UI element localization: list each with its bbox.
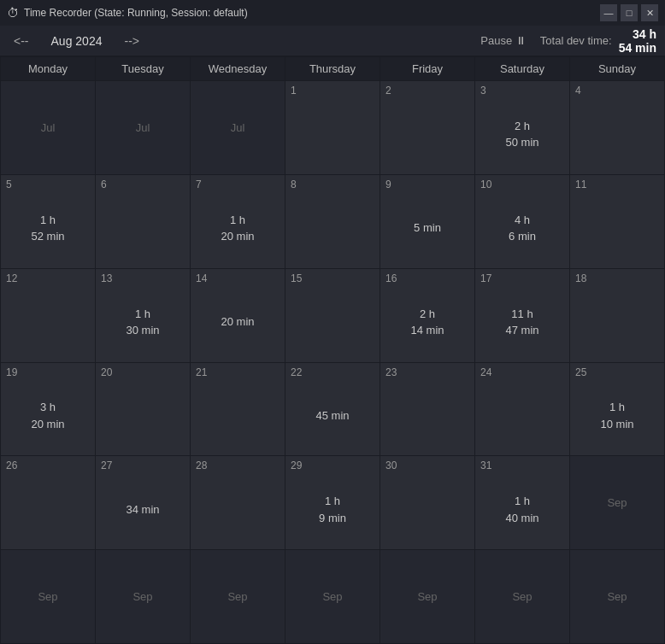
close-button[interactable]: ✕ — [641, 4, 658, 21]
cell-day-number: 6 — [101, 179, 107, 190]
calendar-cell[interactable]: 15 — [285, 269, 380, 363]
calendar-cell[interactable]: 131 h30 min — [96, 269, 191, 363]
cell-time-display: 1 h52 min — [31, 192, 64, 265]
next-month-button[interactable]: --> — [120, 32, 145, 50]
cell-time-display: 2 h50 min — [505, 98, 538, 171]
window-title: Time Recorder (State: Running, Session: … — [24, 7, 248, 19]
calendar-cell[interactable]: 193 h20 min — [1, 363, 96, 457]
cell-time-display: 1 h40 min — [505, 473, 538, 546]
cell-day-number: 21 — [196, 366, 207, 378]
calendar: MondayTuesdayWednesdayThursdayFridaySatu… — [0, 56, 665, 644]
calendar-cell[interactable]: 1420 min — [191, 269, 285, 363]
calendar-cell[interactable]: 51 h52 min — [1, 175, 96, 269]
cell-day-number: 7 — [196, 179, 202, 190]
calendar-cell[interactable]: Jul — [1, 81, 96, 175]
maximize-button[interactable]: □ — [621, 4, 638, 21]
cell-time-display: 1 h9 min — [319, 473, 346, 546]
calendar-cell[interactable]: 2 — [380, 81, 475, 175]
cell-day-number: 4 — [575, 85, 581, 97]
calendar-cell[interactable]: 26 — [1, 456, 96, 550]
cell-time-display: 1 h30 min — [126, 286, 159, 359]
cell-day-number: 17 — [480, 272, 491, 284]
calendar-cell[interactable]: 24 — [475, 363, 570, 457]
calendar-cell[interactable]: Jul — [191, 81, 285, 175]
calendar-cell[interactable]: 2245 min — [285, 363, 380, 457]
calendar-cell[interactable]: Sep — [475, 550, 570, 644]
cell-time-display: 45 min — [315, 380, 349, 453]
app-icon: ⏱ — [7, 6, 19, 20]
calendar-cell[interactable]: 95 min — [380, 175, 475, 269]
total-dev-time-line1: 34 h — [619, 27, 656, 41]
calendar-cell[interactable]: 251 h10 min — [570, 363, 665, 457]
cell-day-number: 13 — [101, 272, 112, 284]
cell-other-label: Sep — [607, 496, 627, 509]
day-header-wednesday: Wednesday — [191, 57, 285, 81]
calendar-cell[interactable]: 104 h6 min — [475, 175, 570, 269]
cell-day-number: 14 — [196, 272, 207, 284]
calendar-cell[interactable]: 21 — [191, 363, 285, 457]
calendar-cell[interactable]: 12 — [1, 269, 96, 363]
calendar-cell[interactable]: 4 — [570, 81, 665, 175]
window-controls: — □ ✕ — [600, 4, 658, 21]
cell-other-label: Jul — [41, 121, 56, 134]
calendar-cell[interactable]: 28 — [191, 456, 285, 550]
calendar-cell[interactable]: Sep — [285, 550, 380, 644]
cell-day-number: 11 — [575, 179, 586, 190]
pause-button[interactable]: Pause ⏸ — [480, 34, 527, 47]
calendar-cell[interactable]: Sep — [570, 550, 665, 644]
cell-day-number: 31 — [480, 460, 491, 471]
cell-other-label: Jul — [231, 121, 245, 134]
calendar-cell[interactable]: 32 h50 min — [475, 81, 570, 175]
cell-other-label: Sep — [512, 590, 532, 603]
cell-time-display: 3 h20 min — [31, 380, 64, 453]
day-header-monday: Monday — [1, 57, 96, 81]
cell-day-number: 12 — [6, 272, 17, 284]
cell-day-number: 27 — [101, 460, 112, 471]
calendar-cell[interactable]: 1711 h47 min — [475, 269, 570, 363]
calendar-cell[interactable]: Jul — [96, 81, 191, 175]
cell-time-display: 20 min — [221, 286, 254, 359]
calendar-cell[interactable]: 2734 min — [96, 456, 191, 550]
cell-day-number: 23 — [385, 366, 397, 378]
calendar-cell[interactable]: 8 — [285, 175, 380, 269]
calendar-cell[interactable]: Sep — [380, 550, 475, 644]
calendar-cell[interactable]: 71 h20 min — [191, 175, 285, 269]
cell-day-number: 22 — [291, 366, 302, 378]
cell-other-label: Sep — [227, 590, 247, 603]
calendar-cell[interactable]: 23 — [380, 363, 475, 457]
cell-day-number: 30 — [385, 460, 397, 471]
cell-day-number: 9 — [385, 179, 391, 190]
total-dev-time-line2: 54 min — [619, 41, 656, 55]
pause-icon: ⏸ — [515, 34, 527, 47]
cell-other-label: Jul — [136, 121, 150, 134]
calendar-cell[interactable]: Sep — [1, 550, 96, 644]
toolbar-right: Pause ⏸ Total dev time: 34 h 54 min — [480, 27, 656, 55]
cell-day-number: 28 — [196, 460, 207, 471]
calendar-cell[interactable]: 30 — [380, 456, 475, 550]
calendar-cell[interactable]: Sep — [96, 550, 191, 644]
cell-day-number: 2 — [385, 85, 391, 97]
cell-time-display: 11 h47 min — [505, 286, 538, 359]
calendar-cell[interactable]: 1 — [285, 81, 380, 175]
calendar-cell[interactable]: 162 h14 min — [380, 269, 475, 363]
total-dev-container: Total dev time: 34 h 54 min — [540, 27, 656, 55]
total-dev-time: 34 h 54 min — [619, 27, 656, 55]
calendar-cell[interactable]: Sep — [191, 550, 285, 644]
calendar-cell[interactable]: 20 — [96, 363, 191, 457]
cell-day-number: 25 — [575, 366, 586, 378]
cell-time-display: 1 h10 min — [600, 380, 633, 453]
prev-month-button[interactable]: <-- — [9, 32, 34, 50]
calendar-cell[interactable]: 6 — [96, 175, 191, 269]
cell-day-number: 15 — [291, 272, 302, 284]
cell-day-number: 26 — [6, 460, 17, 471]
cell-time-display: 4 h6 min — [509, 192, 536, 265]
calendar-cell[interactable]: 311 h40 min — [475, 456, 570, 550]
calendar-cell[interactable]: 18 — [570, 269, 665, 363]
calendar-cell[interactable]: Sep — [570, 456, 665, 550]
minimize-button[interactable]: — — [600, 4, 617, 21]
calendar-cell[interactable]: 11 — [570, 175, 665, 269]
cell-day-number: 29 — [291, 460, 302, 471]
cell-other-label: Sep — [322, 590, 342, 603]
cell-day-number: 5 — [6, 179, 12, 190]
calendar-cell[interactable]: 291 h9 min — [285, 456, 380, 550]
